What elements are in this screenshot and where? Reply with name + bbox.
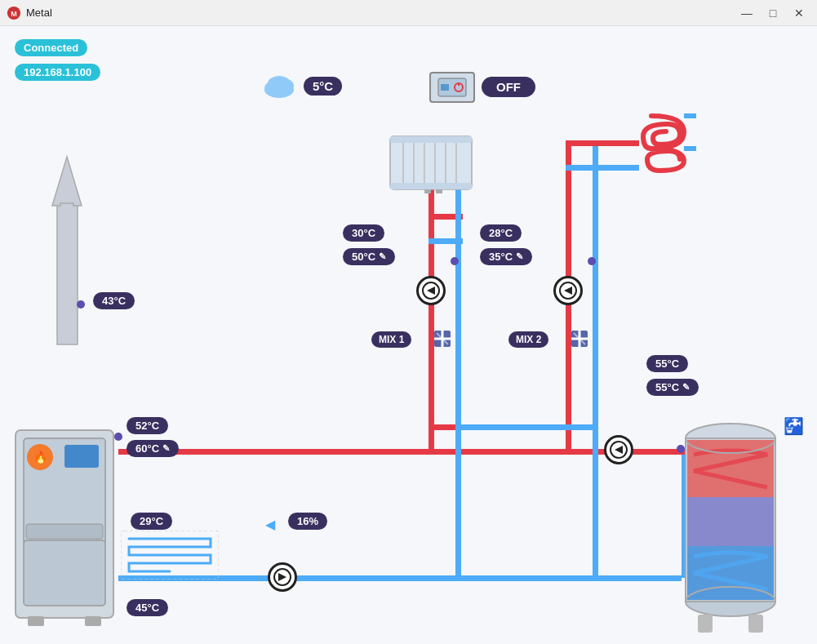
cloud-icon [261,73,297,98]
floor-pct-badge[interactable]: 16% [288,513,327,530]
svg-rect-43 [57,202,78,344]
radiator-icon [389,132,473,193]
dot-chimney [77,300,85,309]
outdoor-temp-badge[interactable]: 5°C [304,77,342,95]
svg-rect-31 [24,540,105,606]
tank-top-actual[interactable]: 55°C [646,355,688,372]
mix1-supply-set[interactable]: 50°C ✎ [343,248,395,265]
dot-boiler-supply [114,433,122,441]
mix1-supply-actual[interactable]: 30°C [343,224,384,242]
svg-marker-44 [52,157,82,206]
window-controls: — □ ✕ [735,5,810,21]
svg-text:🔥: 🔥 [33,451,48,464]
boiler-status-badge[interactable]: OFF [482,77,535,97]
faucet-icon: 🚰 [784,416,804,436]
mixer-valve-2[interactable] [567,326,592,351]
pump-icon-3 [610,441,628,459]
boiler-supply-temp[interactable]: 52°C [127,417,168,434]
svg-rect-41 [698,615,713,633]
outdoor-temp-area: 5°C [261,73,342,98]
ip-badge[interactable]: 192.168.1.100 [15,64,100,81]
dot-mix1 [451,257,459,265]
mix1-return-actual[interactable]: 28°C [480,224,522,242]
svg-point-5 [268,76,291,91]
minimize-button[interactable]: — [735,5,758,21]
boiler: 🔥 [11,398,118,626]
tank-top-set[interactable]: 55°C ✎ [646,379,699,396]
thermostat-icon [437,78,467,97]
radiator [389,132,473,193]
svg-rect-20 [390,183,472,189]
tank-icon [677,414,784,634]
svg-rect-12 [390,136,472,189]
svg-rect-25 [64,445,99,468]
svg-rect-36 [687,497,774,546]
dot-mix2 [588,257,596,265]
boiler-icon: 🔥 [11,398,118,626]
svg-rect-29 [85,616,101,626]
spiral-icon [635,104,708,177]
pump-main-supply[interactable] [604,435,633,464]
boiler-return-temp[interactable]: 45°C [127,599,168,616]
app-logo-icon: M [7,6,21,20]
spiral-blue-h [566,165,639,171]
svg-rect-30 [26,524,103,539]
svg-rect-7 [441,84,449,91]
boiler-supply-set[interactable]: 60°C ✎ [127,440,179,457]
svg-rect-42 [748,615,763,633]
pump-icon [422,282,440,300]
dot-tank [677,445,685,453]
svg-rect-19 [390,136,472,143]
pump-icon-2 [559,282,577,300]
mixer-valve-1[interactable] [430,326,455,351]
floor-temp[interactable]: 29°C [131,513,172,530]
mix2-blue-up [593,214,598,575]
mix2-label[interactable]: MIX 2 [508,331,548,348]
floor-coil-icon [121,531,219,580]
mix1-return-set[interactable]: 35°C ✎ [480,248,532,265]
mixer-valve-icon-2 [567,326,592,351]
rad-connect-blue [455,424,598,430]
edit-icon-boiler: ✎ [162,443,170,454]
floor-arrow: ◀ [265,517,275,532]
chimney-icon [45,153,90,357]
maximize-button[interactable]: □ [761,5,784,21]
pump-mix2-supply[interactable] [553,276,583,305]
chimney [45,153,90,357]
pump-icon-4 [273,568,291,586]
svg-text:M: M [11,9,17,17]
main-area: Connected 192.168.1.100 5°C OFF [0,26,817,644]
mix2-blue-top [593,140,598,218]
pump-return[interactable] [268,562,297,592]
floor-blue-down [455,449,461,578]
edit-icon-mix1-supply: ✎ [379,251,386,262]
chimney-temp-badge[interactable]: 43°C [93,292,135,309]
pump-mix1-supply[interactable] [416,276,446,305]
floor-heating [121,531,219,580]
mix1-radiator-blue [428,238,463,244]
mix1-label[interactable]: MIX 1 [371,331,411,348]
mix2-red-top [566,140,571,218]
spiral-red-h [566,140,639,146]
mixer-valve-icon-1 [430,326,455,351]
svg-rect-22 [436,189,442,193]
thermostat-device [429,72,475,103]
spiral-heater [635,104,708,177]
water-tank [677,414,784,634]
close-button[interactable]: ✕ [788,5,810,21]
svg-rect-21 [424,189,431,193]
title-bar: M Metal — □ ✕ [0,0,817,26]
svg-rect-28 [28,616,44,626]
window-title: Metal [26,7,52,19]
edit-icon-mix1-return: ✎ [516,251,523,262]
connected-badge[interactable]: Connected [15,39,87,56]
edit-icon-tank: ✎ [682,382,690,393]
